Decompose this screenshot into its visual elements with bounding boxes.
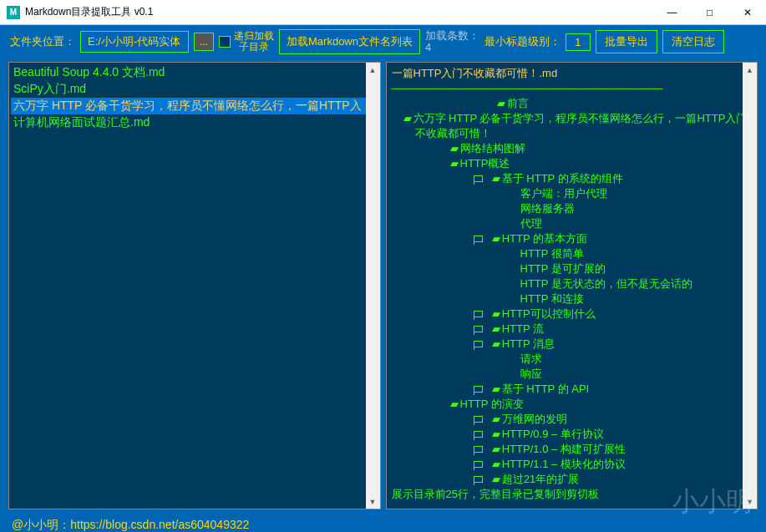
outline-item[interactable]: 代理 xyxy=(392,216,753,231)
outline-item[interactable]: ▰HTTP/1.1 – 模块化的协议 xyxy=(392,457,753,472)
flag-icon xyxy=(474,461,483,468)
recurse-checkbox[interactable] xyxy=(219,36,231,48)
outline-panel: 一篇HTTP入门不收藏都可惜！.md——————————————————————… xyxy=(386,62,758,509)
minimize-button[interactable]: — xyxy=(653,0,691,25)
file-item[interactable]: 六万字 HTTP 必备干货学习，程序员不懂网络怎么行，一篇HTTP入 xyxy=(11,98,378,114)
clear-log-button[interactable]: 清空日志 xyxy=(662,30,724,53)
folder-label: 文件夹位置： xyxy=(10,34,75,49)
outline-item[interactable]: HTTP 很简单 xyxy=(392,246,753,261)
outline-text: 客户端：用户代理 xyxy=(520,187,607,200)
outline-text: 万维网的发明 xyxy=(502,413,567,425)
flag-icon xyxy=(474,446,483,453)
book-icon: ▰ xyxy=(450,157,459,170)
outline-item[interactable]: ▰前言 xyxy=(392,96,753,111)
outline-text: 前言 xyxy=(507,97,529,109)
outline-text: 网络结构图解 xyxy=(460,142,525,155)
outline-text: HTTP/1.1 – 模块化的协议 xyxy=(502,458,626,470)
outline-text: HTTP 流 xyxy=(502,322,544,335)
outline-scrollbar[interactable]: ▲ ▼ xyxy=(743,63,757,509)
outline-item[interactable]: HTTP 是可扩展的 xyxy=(392,261,753,276)
outline-item[interactable]: ▰HTTP 流 xyxy=(392,322,753,337)
outline-item[interactable]: ▰网络结构图解 xyxy=(392,141,753,156)
outline-item[interactable]: ▰基于 HTTP 的系统的组件 xyxy=(392,171,753,186)
scroll-down-icon[interactable]: ▼ xyxy=(366,494,380,509)
title-bar: M Markdown目录提取工具 v0.1 — □ ✕ xyxy=(0,0,766,25)
outline-text: 超过21年的扩展 xyxy=(502,473,579,485)
outline-item[interactable]: ▰万维网的发明 xyxy=(392,412,753,427)
close-button[interactable]: ✕ xyxy=(728,0,766,25)
book-icon: ▰ xyxy=(492,428,500,440)
outline-item[interactable]: ▰HTTP 的基本方面 xyxy=(392,231,753,246)
min-level-input[interactable]: 1 xyxy=(566,33,591,51)
outline-text: 基于 HTTP 的 API xyxy=(502,383,590,395)
outline-title: 一篇HTTP入门不收藏都可惜！.md xyxy=(392,66,753,81)
book-icon: ▰ xyxy=(492,322,500,335)
outline-item[interactable]: ▰HTTP/1.0 – 构建可扩展性 xyxy=(392,442,753,457)
outline-footer-line: 展示目录前25行，完整目录已复制到剪切板 xyxy=(392,487,753,502)
outline-text: HTTP/0.9 – 单行协议 xyxy=(502,428,604,440)
scroll-down-icon[interactable]: ▼ xyxy=(743,494,757,509)
book-icon: ▰ xyxy=(492,232,500,245)
outline-item[interactable]: ▰HTTP 消息 xyxy=(392,337,753,352)
scroll-up-icon[interactable]: ▲ xyxy=(366,63,380,77)
book-icon: ▰ xyxy=(450,398,459,410)
book-icon: ▰ xyxy=(492,443,500,455)
book-icon: ▰ xyxy=(492,337,500,350)
outline-tree[interactable]: 一篇HTTP入门不收藏都可惜！.md——————————————————————… xyxy=(387,63,758,505)
outline-text: HTTP 的演变 xyxy=(460,398,524,410)
maximize-button[interactable]: □ xyxy=(691,0,728,25)
scroll-up-icon[interactable]: ▲ xyxy=(743,63,757,77)
book-icon: ▰ xyxy=(492,307,500,320)
file-item[interactable]: SciPy入门.md xyxy=(11,81,378,98)
book-icon: ▰ xyxy=(492,413,500,425)
flag-icon xyxy=(474,341,483,347)
recurse-checkbox-wrap[interactable]: 递归加载子目录 xyxy=(219,31,274,53)
batch-export-button[interactable]: 批量导出 xyxy=(596,30,657,53)
outline-item[interactable]: 网络服务器 xyxy=(392,201,753,216)
outline-text: HTTP 是可扩展的 xyxy=(520,262,606,275)
flag-icon xyxy=(474,431,483,438)
outline-text: 六万字 HTTP 必备干货学习，程序员不懂网络怎么行，一篇HTTP入门不收藏都可… xyxy=(413,112,748,139)
footer-link[interactable]: https://blog.csdn.net/as604049322 xyxy=(70,518,249,531)
outline-item[interactable]: ▰基于 HTTP 的 API xyxy=(392,382,753,397)
outline-text: HTTP 是无状态的，但不是无会话的 xyxy=(520,277,692,290)
book-icon: ▰ xyxy=(492,172,500,185)
recurse-label: 递归加载子目录 xyxy=(234,31,274,53)
book-icon: ▰ xyxy=(450,142,459,155)
outline-item[interactable]: 请求 xyxy=(392,352,753,367)
min-level-label: 最小标题级别： xyxy=(484,34,561,49)
flag-icon xyxy=(474,175,483,182)
flag-icon xyxy=(474,326,483,332)
file-item[interactable]: 计算机网络面试题汇总.md xyxy=(11,114,378,131)
load-filenames-button[interactable]: 加载Markdown文件名列表 xyxy=(279,29,420,54)
file-item[interactable]: Beautiful Soup 4.4.0 文档.md xyxy=(11,64,378,81)
book-icon: ▰ xyxy=(403,112,412,124)
outline-item[interactable]: ▰HTTP概述 xyxy=(392,156,753,171)
outline-item[interactable]: ▰HTTP可以控制什么 xyxy=(392,307,753,322)
outline-text: 网络服务器 xyxy=(520,202,575,215)
footer: @小小明：https://blog.csdn.net/as604049322 xyxy=(0,509,766,532)
toolbar: 文件夹位置： E:/小小明-代码实体 ... 递归加载子目录 加载Markdow… xyxy=(0,25,766,58)
outline-divider: ————————————————————————— xyxy=(392,81,753,96)
browse-button[interactable]: ... xyxy=(194,33,214,51)
folder-path-input[interactable]: E:/小小明-代码实体 xyxy=(80,31,189,53)
footer-prefix: @小小明： xyxy=(12,518,70,531)
book-icon: ▰ xyxy=(492,458,500,470)
window-title: Markdown目录提取工具 v0.1 xyxy=(25,5,653,19)
file-list[interactable]: Beautiful Soup 4.4.0 文档.mdSciPy入门.md六万字 … xyxy=(9,63,380,133)
flag-icon xyxy=(474,476,483,483)
book-icon: ▰ xyxy=(492,473,500,485)
outline-item[interactable]: 响应 xyxy=(392,367,753,382)
outline-item[interactable]: ▰HTTP 的演变 xyxy=(392,397,753,412)
outline-text: 代理 xyxy=(520,217,542,230)
file-list-scrollbar[interactable]: ▲ ▼ xyxy=(366,63,380,509)
outline-text: 请求 xyxy=(520,352,542,365)
outline-item[interactable]: 客户端：用户代理 xyxy=(392,186,753,201)
book-icon: ▰ xyxy=(492,383,500,395)
outline-text: HTTP 很简单 xyxy=(520,247,584,260)
outline-item[interactable]: ▰超过21年的扩展 xyxy=(392,472,753,487)
outline-item[interactable]: ▰HTTP/0.9 – 单行协议 xyxy=(392,427,753,442)
outline-item[interactable]: ▰六万字 HTTP 必备干货学习，程序员不懂网络怎么行，一篇HTTP入门不收藏都… xyxy=(403,111,753,141)
outline-item[interactable]: HTTP 和连接 xyxy=(392,291,753,307)
outline-item[interactable]: HTTP 是无状态的，但不是无会话的 xyxy=(392,276,753,291)
